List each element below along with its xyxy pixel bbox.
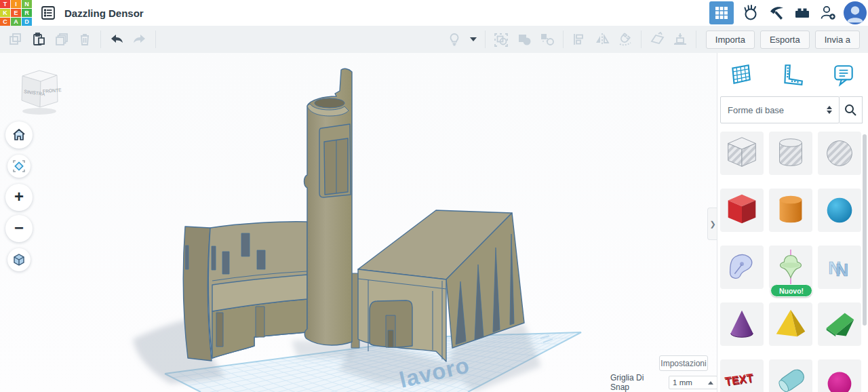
shape-tile-sphere[interactable] bbox=[818, 189, 861, 232]
logo-tile: I bbox=[11, 0, 21, 8]
duplicate-icon[interactable] bbox=[50, 29, 73, 50]
toolbar-buttons: Importa Esporta Invia a bbox=[701, 31, 860, 49]
import-button[interactable]: Importa bbox=[706, 31, 755, 49]
snap-caret-icon bbox=[708, 381, 713, 385]
panel-tools bbox=[717, 53, 868, 94]
logo-tile: R bbox=[22, 9, 32, 17]
category-row: Forme di base bbox=[720, 96, 863, 123]
magnet-icon[interactable] bbox=[614, 29, 637, 50]
search-button[interactable] bbox=[840, 96, 863, 123]
shape-tile-box[interactable] bbox=[720, 189, 764, 232]
undo-icon[interactable] bbox=[105, 29, 128, 50]
shape-category-value: Forme di base bbox=[728, 105, 784, 115]
logo-tile: A bbox=[11, 18, 21, 26]
perspective-toggle-button[interactable] bbox=[7, 248, 31, 271]
send-to-button[interactable]: Invia a bbox=[815, 31, 860, 49]
show-all-icon[interactable] bbox=[443, 29, 466, 50]
avatar[interactable] bbox=[844, 1, 867, 24]
toolbar: Importa Esporta Invia a bbox=[0, 26, 868, 54]
group-icon[interactable] bbox=[490, 29, 513, 50]
snap-grid-select[interactable]: 1 mm bbox=[669, 376, 717, 389]
shape-tile-roof[interactable] bbox=[818, 302, 861, 346]
ruler-tool-icon[interactable] bbox=[669, 29, 692, 50]
shape-tile-spinning-top[interactable] bbox=[769, 246, 812, 289]
ungroup-icon[interactable] bbox=[513, 29, 536, 50]
logo-tile: K bbox=[0, 9, 10, 17]
ruler-icon[interactable] bbox=[780, 61, 804, 88]
workplane-tool-icon[interactable] bbox=[646, 29, 669, 50]
settings-button[interactable]: Impostazioni bbox=[659, 355, 708, 371]
snap-grid-row: Griglia Di Snap 1 mm bbox=[610, 373, 717, 392]
mirror-icon[interactable] bbox=[591, 29, 614, 50]
church-model[interactable] bbox=[183, 68, 524, 361]
copy-icon[interactable] bbox=[4, 29, 27, 50]
logo-tile: D bbox=[22, 18, 32, 26]
scene-3d[interactable]: lavoro bbox=[0, 53, 717, 392]
header-right bbox=[709, 0, 868, 26]
sim-lab-icon[interactable] bbox=[738, 1, 764, 25]
shape-tile-tube[interactable] bbox=[769, 359, 812, 392]
bell-tower[interactable] bbox=[304, 68, 353, 345]
panel-collapse-icon: ❯ bbox=[709, 220, 715, 229]
viewcube-front-label: FRONTE bbox=[43, 87, 62, 94]
fit-view-button[interactable] bbox=[7, 155, 31, 178]
new-badge: Nuovo! bbox=[770, 284, 812, 297]
paste-icon[interactable] bbox=[27, 29, 50, 50]
minecraft-pickaxe-icon[interactable] bbox=[764, 1, 789, 25]
zoom-in-glyph: + bbox=[14, 189, 24, 205]
header: T I N K E R C A D Dazzling Densor bbox=[0, 0, 868, 26]
shape-tile-cylinder[interactable] bbox=[769, 189, 812, 232]
search-icon bbox=[844, 103, 857, 117]
shape-tile-cylinder-hole[interactable] bbox=[769, 132, 812, 175]
tinkercad-logo[interactable]: T I N K E R C A D bbox=[0, 0, 32, 26]
panel-collapse-tab[interactable]: ❯ bbox=[707, 208, 717, 240]
shape-tile-heart[interactable] bbox=[818, 359, 861, 392]
logo-tile: N bbox=[22, 0, 32, 8]
sort-caret-icon bbox=[827, 106, 832, 114]
workplane-icon[interactable] bbox=[728, 61, 753, 88]
ungroup-all-icon[interactable] bbox=[536, 29, 559, 50]
zoom-in-button[interactable]: + bbox=[5, 184, 33, 211]
shape-tile-pyramid[interactable] bbox=[769, 302, 812, 346]
my-designs-icon[interactable] bbox=[40, 5, 56, 21]
panel-scrollbar[interactable] bbox=[863, 134, 867, 326]
shape-tile-scribble[interactable] bbox=[720, 246, 764, 289]
shape-tile-letters[interactable]: N N bbox=[818, 246, 861, 289]
shapes-panel: Forme di base bbox=[717, 53, 868, 392]
logo-tile: C bbox=[0, 18, 10, 26]
design-title[interactable]: Dazzling Densor bbox=[64, 7, 144, 19]
shape-tile-cone[interactable] bbox=[720, 302, 764, 346]
show-all-caret-icon[interactable] bbox=[466, 29, 481, 50]
notes-icon[interactable] bbox=[831, 61, 856, 88]
viewport-canvas[interactable]: lavoro bbox=[0, 53, 717, 392]
snap-grid-value: 1 mm bbox=[673, 378, 692, 387]
add-person-icon[interactable] bbox=[815, 1, 841, 25]
logo-tile: T bbox=[0, 0, 10, 8]
logo-tile: E bbox=[11, 9, 21, 17]
view-cube[interactable]: SINISTRA FRONTE bbox=[12, 65, 64, 121]
home-view-button[interactable] bbox=[5, 121, 33, 149]
tinkercad-app: T I N K E R C A D Dazzling Densor bbox=[0, 0, 868, 392]
delete-icon[interactable] bbox=[73, 29, 96, 50]
svg-text:N: N bbox=[835, 260, 848, 280]
dashboard-grid-icon[interactable] bbox=[709, 1, 734, 24]
shape-gallery: N N bbox=[720, 132, 861, 392]
curved-wall[interactable] bbox=[183, 222, 307, 361]
shape-tile-box-hole[interactable] bbox=[720, 132, 764, 175]
brick-icon[interactable] bbox=[789, 1, 815, 25]
export-button[interactable]: Esporta bbox=[760, 31, 810, 49]
redo-icon[interactable] bbox=[128, 29, 151, 50]
shape-category-select[interactable]: Forme di base bbox=[720, 96, 840, 123]
zoom-out-glyph: − bbox=[14, 220, 24, 236]
zoom-out-button[interactable]: − bbox=[5, 215, 33, 242]
align-icon[interactable] bbox=[568, 29, 591, 50]
shape-tile-sphere-hole[interactable] bbox=[818, 132, 861, 175]
snap-grid-label: Griglia Di Snap bbox=[610, 373, 663, 392]
shape-tile-text[interactable]: TEXT TEXT bbox=[720, 359, 764, 392]
